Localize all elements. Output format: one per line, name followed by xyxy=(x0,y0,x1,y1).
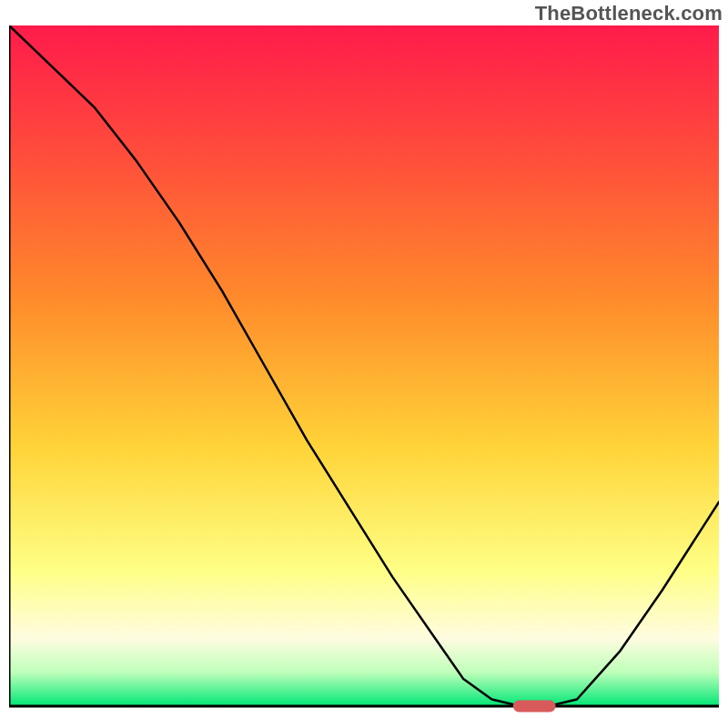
optimum-marker xyxy=(513,701,556,713)
plot-area xyxy=(9,25,719,719)
watermark-text: TheBottleneck.com xyxy=(535,2,723,25)
chart-container: TheBottleneck.com xyxy=(0,0,728,728)
chart-svg xyxy=(9,25,719,719)
gradient-background xyxy=(9,25,719,706)
